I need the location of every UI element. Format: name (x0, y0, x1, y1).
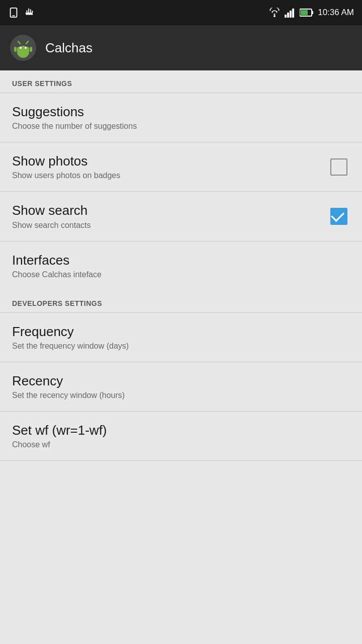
setting-recency-text: Recency Set the recency window (hours) (12, 373, 350, 400)
setting-recency-title: Recency (12, 373, 350, 389)
setting-interfaces-title: Interfaces (12, 253, 350, 268)
setting-set-wf-subtitle: Choose wf (12, 440, 350, 449)
setting-suggestions[interactable]: Suggestions Choose the number of suggest… (0, 93, 362, 142)
svg-rect-9 (301, 10, 308, 15)
svg-rect-16 (14, 47, 17, 52)
developer-settings-header: DEVELOPERS SETTINGS (0, 290, 362, 312)
user-settings-header: USER SETTINGS (0, 70, 362, 93)
setting-show-photos[interactable]: Show photos Show users photos on badges (0, 142, 362, 191)
setting-set-wf[interactable]: Set wf (wr=1-wf) Choose wf (0, 412, 362, 460)
setting-frequency-text: Frequency Set the frequency window (days… (12, 324, 350, 351)
phone-icon (8, 7, 19, 18)
svg-rect-17 (30, 47, 32, 52)
divider-8 (0, 460, 362, 461)
signal-icon (285, 8, 296, 18)
svg-rect-11 (17, 47, 29, 55)
setting-recency-subtitle: Set the recency window (hours) (12, 391, 350, 400)
setting-suggestions-title: Suggestions (12, 104, 350, 120)
setting-suggestions-text: Suggestions Choose the number of suggest… (12, 104, 350, 131)
setting-frequency[interactable]: Frequency Set the frequency window (days… (0, 313, 362, 362)
setting-suggestions-subtitle: Choose the number of suggestions (12, 122, 350, 131)
content: USER SETTINGS Suggestions Choose the num… (0, 70, 362, 461)
show-photos-checkbox[interactable] (330, 158, 347, 176)
setting-frequency-title: Frequency (12, 324, 350, 340)
status-bar-left (8, 7, 35, 18)
svg-point-15 (25, 47, 27, 49)
setting-interfaces-text: Interfaces Choose Calchas inteface (12, 253, 350, 279)
setting-show-photos-title: Show photos (12, 153, 328, 169)
setting-show-search[interactable]: Show search Show search contacts (0, 192, 362, 240)
setting-show-photos-subtitle: Show users photos on badges (12, 171, 328, 180)
svg-line-12 (18, 41, 20, 44)
svg-rect-5 (290, 11, 292, 18)
svg-line-13 (26, 41, 28, 44)
setting-show-search-title: Show search (12, 203, 328, 218)
setting-interfaces[interactable]: Interfaces Choose Calchas inteface (0, 242, 362, 290)
setting-interfaces-subtitle: Choose Calchas inteface (12, 270, 350, 279)
svg-point-14 (20, 47, 22, 49)
wifi-icon (268, 8, 281, 18)
show-search-checkbox-container[interactable] (328, 205, 350, 227)
setting-set-wf-title: Set wf (wr=1-wf) (12, 423, 350, 438)
setting-show-photos-text: Show photos Show users photos on badges (12, 153, 328, 180)
hand-icon (24, 7, 35, 18)
app-title: Calchas (45, 40, 93, 56)
svg-rect-19 (24, 53, 27, 57)
svg-rect-8 (312, 11, 313, 14)
svg-rect-1 (12, 16, 15, 17)
setting-show-search-subtitle: Show search contacts (12, 221, 328, 230)
setting-frequency-subtitle: Set the frequency window (days) (12, 342, 350, 351)
svg-rect-3 (285, 15, 287, 18)
show-search-checkbox[interactable] (330, 208, 347, 225)
svg-rect-4 (287, 13, 289, 18)
svg-rect-6 (292, 9, 294, 18)
time-display: 10:36 AM (318, 8, 354, 18)
svg-rect-18 (20, 53, 22, 57)
status-bar: 10:36 AM (0, 0, 362, 25)
status-bar-right: 10:36 AM (268, 8, 354, 18)
setting-show-search-text: Show search Show search contacts (12, 203, 328, 229)
show-photos-checkbox-container[interactable] (328, 156, 350, 178)
svg-point-2 (274, 15, 276, 17)
app-bar: Calchas (0, 25, 362, 70)
battery-icon (300, 8, 314, 18)
setting-recency[interactable]: Recency Set the recency window (hours) (0, 362, 362, 411)
setting-set-wf-text: Set wf (wr=1-wf) Choose wf (12, 423, 350, 449)
app-icon (10, 35, 36, 61)
